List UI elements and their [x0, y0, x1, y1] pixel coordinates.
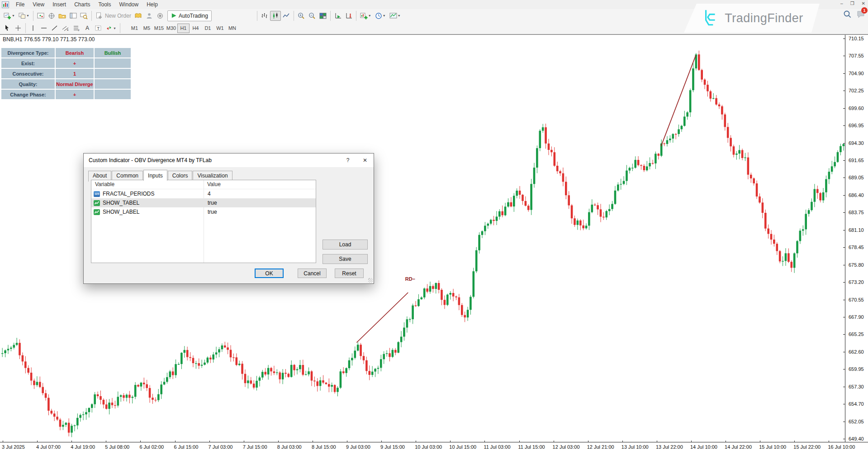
notifications-button[interactable]: 1 — [856, 10, 865, 20]
menu-charts[interactable]: Charts — [70, 0, 94, 9]
menu-insert[interactable]: Insert — [48, 0, 70, 9]
fibonacci-tool-button[interactable]: F — [71, 23, 82, 33]
fibonacci-icon: F — [73, 24, 80, 32]
new-order-label[interactable]: New Order — [105, 13, 131, 19]
divergence-bearish-cell: 1 — [56, 69, 94, 78]
menu-view[interactable]: View — [28, 0, 48, 9]
time-tick-mark — [381, 441, 382, 442]
svg-text:E: E — [67, 29, 69, 31]
text-tool-button[interactable]: A — [82, 23, 93, 33]
candlestick-mode-button[interactable] — [270, 11, 281, 21]
dialog-close-icon[interactable]: ✕ — [356, 154, 374, 167]
save-button[interactable]: Save — [323, 254, 368, 264]
periods-button[interactable]: ▼ — [373, 11, 388, 21]
templates-button[interactable]: ▼ — [388, 11, 403, 21]
menu-items: FileViewInsertChartsToolsWindowHelp — [12, 0, 162, 9]
search-icon[interactable] — [843, 10, 852, 19]
timeframe-button-m5[interactable]: M5 — [141, 24, 153, 33]
chart-shift-icon — [345, 12, 352, 19]
trendline-tool-button[interactable] — [49, 23, 60, 33]
menu-file[interactable]: File — [12, 0, 28, 9]
menu-tools[interactable]: Tools — [95, 0, 115, 9]
timeframe-button-h4[interactable]: H4 — [190, 24, 202, 33]
crosshair-tool-button[interactable] — [13, 23, 24, 33]
notification-badge: 1 — [861, 7, 868, 14]
price-tick-mark — [843, 300, 845, 300]
price-axis[interactable]: 710.15707.55704.90702.25699.60696.95694.… — [845, 35, 868, 442]
toolbar-separator — [91, 11, 92, 21]
zoom-in-button[interactable] — [296, 11, 307, 21]
price-tick-mark — [843, 195, 845, 196]
close-icon[interactable]: ✕ — [862, 1, 865, 6]
load-button[interactable]: Load — [323, 240, 368, 249]
tab-inputs[interactable]: Inputs — [143, 170, 167, 181]
time-tick-mark — [657, 441, 657, 442]
new-chart-button[interactable]: ▼ — [2, 11, 17, 21]
navigator-button[interactable] — [46, 11, 57, 21]
timeframe-button-w1[interactable]: W1 — [214, 24, 226, 33]
divergence-row-label: Exist: — [1, 58, 55, 68]
experts-button[interactable] — [144, 11, 155, 21]
profiles-button[interactable]: ▼ — [17, 11, 31, 21]
timeframe-button-mn[interactable]: MN — [226, 24, 238, 33]
toolbar-separator — [257, 11, 257, 21]
toolbar-separator — [294, 11, 294, 21]
new-chart-icon — [4, 12, 11, 19]
reset-button[interactable]: Reset — [335, 269, 364, 278]
tile-windows-button[interactable] — [318, 11, 328, 21]
equidistant-channel-tool-button[interactable]: E — [60, 23, 71, 33]
chart-shift-button[interactable] — [343, 11, 354, 21]
value-column-header: Value — [204, 180, 316, 189]
data-window-button[interactable] — [68, 11, 79, 21]
vertical-line-tool-button[interactable] — [28, 23, 38, 33]
time-tick-label: 7 Jul 03:00 — [209, 444, 233, 450]
indicator-properties-dialog[interactable]: Custom Indicator - OBV Divergence MT4 by… — [83, 153, 374, 284]
record-button[interactable] — [155, 11, 166, 21]
time-tick-label: 14 Jul 10:00 — [690, 444, 717, 450]
experts-person-icon — [146, 12, 153, 19]
timeframe-button-d1[interactable]: D1 — [202, 24, 214, 33]
cursor-tool-button[interactable] — [2, 23, 13, 33]
toolbar-separator — [25, 23, 26, 33]
new-order-button[interactable] — [94, 11, 104, 21]
menu-window[interactable]: Window — [115, 0, 143, 9]
menu-help[interactable]: Help — [142, 0, 162, 9]
resize-grip[interactable] — [368, 278, 373, 283]
zoom-out-button[interactable] — [307, 11, 318, 21]
arrows-tool-button[interactable]: ▼ — [104, 23, 118, 33]
indicators-button[interactable]: ▼ — [358, 11, 373, 21]
price-tick-label: 689.05 — [849, 175, 864, 180]
timeframe-button-h1[interactable]: H1 — [177, 24, 190, 33]
market-watch-button[interactable] — [35, 11, 46, 21]
crosshair-icon — [14, 24, 22, 32]
listview-column-divider — [204, 180, 204, 263]
price-tick-label: 707.55 — [849, 53, 864, 58]
strategy-tester-button[interactable] — [79, 11, 90, 21]
dialog-titlebar[interactable]: Custom Indicator - OBV Divergence MT4 by… — [84, 154, 374, 167]
auto-scroll-button[interactable] — [332, 11, 343, 21]
time-tick-mark — [450, 441, 451, 442]
time-tick-label: 12 Jul 21:00 — [587, 444, 614, 450]
time-tick-mark — [140, 441, 141, 442]
metaeditor-button[interactable] — [133, 11, 144, 21]
text-label-tool-button[interactable]: T — [93, 23, 104, 33]
horizontal-line-tool-button[interactable] — [38, 23, 49, 33]
toolbar-separator — [120, 23, 120, 33]
parameters-listview[interactable]: Variable Value 123FRACTAL_PERIODS4SHOW_T… — [91, 180, 316, 263]
metaeditor-book-icon — [134, 12, 142, 19]
timeframe-button-m15[interactable]: M15 — [153, 24, 165, 33]
minimize-icon[interactable]: – — [840, 1, 843, 6]
autotrading-button[interactable]: AutoTrading — [167, 10, 212, 21]
cancel-button[interactable]: Cancel — [298, 269, 327, 278]
restore-icon[interactable]: ❐ — [850, 1, 854, 6]
bar-chart-mode-button[interactable] — [259, 11, 270, 21]
time-axis[interactable]: 3 Jul 20254 Jul 07:004 Jul 19:005 Jul 08… — [0, 442, 868, 451]
timeframe-button-m30[interactable]: M30 — [165, 24, 177, 33]
timeframe-button-m1[interactable]: M1 — [128, 24, 141, 33]
chevron-down-icon: ▼ — [113, 27, 116, 30]
ok-button[interactable]: OK — [255, 269, 284, 278]
dialog-help-icon[interactable]: ? — [339, 154, 356, 167]
line-chart-mode-button[interactable] — [281, 11, 292, 21]
favorites-button[interactable] — [57, 11, 68, 21]
param-name-cell: SHOW_TABEL — [91, 200, 204, 206]
